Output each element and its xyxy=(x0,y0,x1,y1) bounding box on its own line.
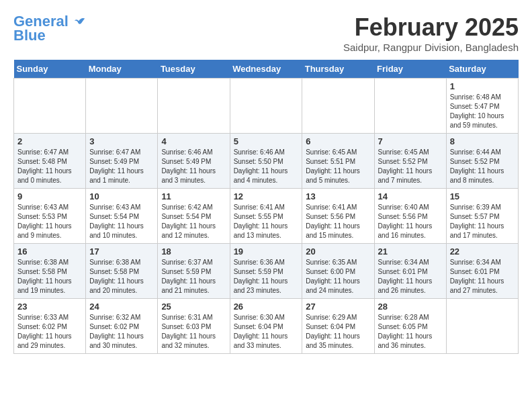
calendar-cell xyxy=(14,79,86,134)
day-number: 6 xyxy=(306,136,370,146)
day-info: Sunrise: 6:47 AM Sunset: 5:49 PM Dayligh… xyxy=(89,148,154,185)
calendar-cell: 10Sunrise: 6:43 AM Sunset: 5:54 PM Dayli… xyxy=(86,189,158,244)
day-info: Sunrise: 6:43 AM Sunset: 5:53 PM Dayligh… xyxy=(17,203,82,240)
calendar-cell xyxy=(230,79,302,134)
day-info: Sunrise: 6:34 AM Sunset: 6:01 PM Dayligh… xyxy=(378,258,443,295)
calendar-week-1: 2Sunrise: 6:47 AM Sunset: 5:48 PM Daylig… xyxy=(14,134,519,189)
calendar-cell xyxy=(302,79,374,134)
day-info: Sunrise: 6:41 AM Sunset: 5:55 PM Dayligh… xyxy=(234,203,299,240)
day-number: 10 xyxy=(89,191,154,201)
day-info: Sunrise: 6:38 AM Sunset: 5:58 PM Dayligh… xyxy=(17,258,82,295)
calendar-cell: 7Sunrise: 6:45 AM Sunset: 5:52 PM Daylig… xyxy=(374,134,446,189)
day-info: Sunrise: 6:36 AM Sunset: 5:59 PM Dayligh… xyxy=(234,258,299,295)
calendar-cell: 4Sunrise: 6:46 AM Sunset: 5:49 PM Daylig… xyxy=(158,134,230,189)
day-info: Sunrise: 6:34 AM Sunset: 6:01 PM Dayligh… xyxy=(450,258,515,295)
calendar-cell: 15Sunrise: 6:39 AM Sunset: 5:57 PM Dayli… xyxy=(446,189,518,244)
day-number: 4 xyxy=(161,136,226,146)
day-info: Sunrise: 6:30 AM Sunset: 6:04 PM Dayligh… xyxy=(234,313,299,351)
day-number: 14 xyxy=(378,191,443,201)
day-number: 15 xyxy=(450,191,515,201)
calendar-week-3: 16Sunrise: 6:38 AM Sunset: 5:58 PM Dayli… xyxy=(14,244,519,299)
day-info: Sunrise: 6:29 AM Sunset: 6:04 PM Dayligh… xyxy=(306,313,370,351)
day-number: 19 xyxy=(234,246,299,257)
day-number: 22 xyxy=(450,246,515,257)
calendar-cell: 27Sunrise: 6:29 AM Sunset: 6:04 PM Dayli… xyxy=(302,299,374,354)
page-header: General Blue February 2025 Saidpur, Rang… xyxy=(13,13,519,53)
day-number: 20 xyxy=(306,246,370,257)
header-wednesday: Wednesday xyxy=(230,60,302,79)
calendar-subtitle: Saidpur, Rangpur Division, Bangladesh xyxy=(343,42,519,53)
header-thursday: Thursday xyxy=(302,60,374,79)
calendar-cell: 9Sunrise: 6:43 AM Sunset: 5:53 PM Daylig… xyxy=(14,189,86,244)
day-number: 1 xyxy=(450,81,515,91)
day-info: Sunrise: 6:42 AM Sunset: 5:54 PM Dayligh… xyxy=(161,203,226,240)
day-number: 18 xyxy=(161,246,226,257)
day-number: 9 xyxy=(17,191,82,201)
day-number: 13 xyxy=(306,191,370,201)
calendar-cell: 17Sunrise: 6:38 AM Sunset: 5:58 PM Dayli… xyxy=(86,244,158,299)
calendar-cell: 14Sunrise: 6:40 AM Sunset: 5:56 PM Dayli… xyxy=(374,189,446,244)
day-info: Sunrise: 6:46 AM Sunset: 5:50 PM Dayligh… xyxy=(234,148,299,185)
day-info: Sunrise: 6:35 AM Sunset: 6:00 PM Dayligh… xyxy=(306,258,370,295)
calendar-cell xyxy=(86,79,158,134)
day-info: Sunrise: 6:28 AM Sunset: 6:05 PM Dayligh… xyxy=(378,313,443,351)
calendar-cell: 18Sunrise: 6:37 AM Sunset: 5:59 PM Dayli… xyxy=(158,244,230,299)
day-info: Sunrise: 6:40 AM Sunset: 5:56 PM Dayligh… xyxy=(378,203,443,240)
day-number: 28 xyxy=(378,302,443,312)
day-number: 11 xyxy=(161,191,226,201)
title-area: February 2025 Saidpur, Rangpur Division,… xyxy=(343,13,519,53)
calendar-cell xyxy=(374,79,446,134)
calendar-cell: 3Sunrise: 6:47 AM Sunset: 5:49 PM Daylig… xyxy=(86,134,158,189)
day-number: 17 xyxy=(89,246,154,257)
header-friday: Friday xyxy=(374,60,446,79)
calendar-cell: 20Sunrise: 6:35 AM Sunset: 6:00 PM Dayli… xyxy=(302,244,374,299)
calendar-cell: 5Sunrise: 6:46 AM Sunset: 5:50 PM Daylig… xyxy=(230,134,302,189)
day-number: 12 xyxy=(234,191,299,201)
day-number: 3 xyxy=(89,136,154,146)
calendar-week-2: 9Sunrise: 6:43 AM Sunset: 5:53 PM Daylig… xyxy=(14,189,519,244)
calendar-cell xyxy=(446,299,518,354)
day-info: Sunrise: 6:38 AM Sunset: 5:58 PM Dayligh… xyxy=(89,258,154,295)
day-info: Sunrise: 6:32 AM Sunset: 6:02 PM Dayligh… xyxy=(89,313,154,351)
calendar-cell: 11Sunrise: 6:42 AM Sunset: 5:54 PM Dayli… xyxy=(158,189,230,244)
calendar-header-row: Sunday Monday Tuesday Wednesday Thursday… xyxy=(14,60,519,79)
calendar-cell: 22Sunrise: 6:34 AM Sunset: 6:01 PM Dayli… xyxy=(446,244,518,299)
day-number: 8 xyxy=(450,136,515,146)
day-number: 25 xyxy=(161,302,226,312)
calendar-cell: 13Sunrise: 6:41 AM Sunset: 5:56 PM Dayli… xyxy=(302,189,374,244)
day-info: Sunrise: 6:43 AM Sunset: 5:54 PM Dayligh… xyxy=(89,203,154,240)
day-info: Sunrise: 6:37 AM Sunset: 5:59 PM Dayligh… xyxy=(161,258,226,295)
day-info: Sunrise: 6:46 AM Sunset: 5:49 PM Dayligh… xyxy=(161,148,226,185)
day-number: 26 xyxy=(234,302,299,312)
header-sunday: Sunday xyxy=(14,60,86,79)
calendar-cell: 8Sunrise: 6:44 AM Sunset: 5:52 PM Daylig… xyxy=(446,134,518,189)
calendar-cell: 24Sunrise: 6:32 AM Sunset: 6:02 PM Dayli… xyxy=(86,299,158,354)
calendar-cell: 6Sunrise: 6:45 AM Sunset: 5:51 PM Daylig… xyxy=(302,134,374,189)
day-info: Sunrise: 6:39 AM Sunset: 5:57 PM Dayligh… xyxy=(450,203,515,240)
day-number: 21 xyxy=(378,246,443,257)
day-info: Sunrise: 6:48 AM Sunset: 5:47 PM Dayligh… xyxy=(450,93,515,130)
header-tuesday: Tuesday xyxy=(158,60,230,79)
calendar-title: February 2025 xyxy=(343,13,519,42)
calendar-cell: 28Sunrise: 6:28 AM Sunset: 6:05 PM Dayli… xyxy=(374,299,446,354)
calendar-cell: 12Sunrise: 6:41 AM Sunset: 5:55 PM Dayli… xyxy=(230,189,302,244)
header-saturday: Saturday xyxy=(446,60,518,79)
day-number: 23 xyxy=(17,302,82,312)
day-info: Sunrise: 6:31 AM Sunset: 6:03 PM Dayligh… xyxy=(161,313,226,351)
calendar-cell: 19Sunrise: 6:36 AM Sunset: 5:59 PM Dayli… xyxy=(230,244,302,299)
calendar-cell: 16Sunrise: 6:38 AM Sunset: 5:58 PM Dayli… xyxy=(14,244,86,299)
calendar-cell: 21Sunrise: 6:34 AM Sunset: 6:01 PM Dayli… xyxy=(374,244,446,299)
day-info: Sunrise: 6:45 AM Sunset: 5:51 PM Dayligh… xyxy=(306,148,370,185)
day-number: 7 xyxy=(378,136,443,146)
calendar-cell: 1Sunrise: 6:48 AM Sunset: 5:47 PM Daylig… xyxy=(446,79,518,134)
calendar-cell: 2Sunrise: 6:47 AM Sunset: 5:48 PM Daylig… xyxy=(14,134,86,189)
day-info: Sunrise: 6:47 AM Sunset: 5:48 PM Dayligh… xyxy=(17,148,82,185)
calendar-cell: 26Sunrise: 6:30 AM Sunset: 6:04 PM Dayli… xyxy=(230,299,302,354)
day-number: 5 xyxy=(234,136,299,146)
header-monday: Monday xyxy=(86,60,158,79)
calendar-cell xyxy=(158,79,230,134)
day-info: Sunrise: 6:45 AM Sunset: 5:52 PM Dayligh… xyxy=(378,148,443,185)
day-number: 24 xyxy=(89,302,154,312)
calendar-table: Sunday Monday Tuesday Wednesday Thursday… xyxy=(13,60,519,354)
logo: General Blue xyxy=(13,13,86,44)
